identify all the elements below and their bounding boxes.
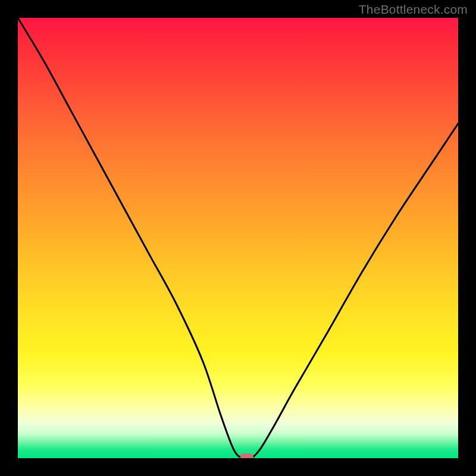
curve-layer [18,18,458,458]
watermark-text: TheBottleneck.com [359,2,468,17]
chart-frame: TheBottleneck.com [0,0,476,476]
bottleneck-curve [18,18,458,458]
optimal-marker [240,453,253,458]
plot-area [18,18,458,458]
